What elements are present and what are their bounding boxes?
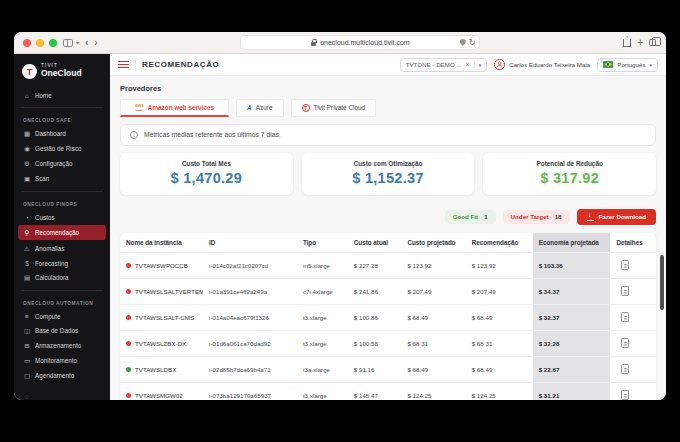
forward-button[interactable]: › <box>94 38 97 48</box>
share-icon[interactable] <box>623 39 631 47</box>
language-select[interactable]: Português ▾ <box>597 58 658 72</box>
details-icon[interactable] <box>621 286 629 296</box>
table-row[interactable]: TVTAWSLSALT-CMS i-014a04eac679f1326 t3.x… <box>120 304 656 330</box>
chevron-down-icon[interactable]: ▾ <box>474 62 482 68</box>
table-row[interactable]: TVTAWSLDBX i-02d85b7dca69b4a71 t3a.xlarg… <box>120 356 656 382</box>
metric-value: $ 1,152.37 <box>306 170 471 186</box>
storage-icon: ⊟ <box>23 342 31 350</box>
details-icon[interactable] <box>621 390 629 400</box>
tab-amazon-web-services[interactable]: aws Amazon web services <box>120 99 229 117</box>
status-dot <box>126 263 131 268</box>
sidebar-item-agendamento[interactable]: ▢ Agendamento <box>14 368 110 383</box>
col-nome: Nome da instância <box>120 233 203 253</box>
col-detalhes: Detalhes <box>610 233 656 253</box>
lock-icon <box>311 42 316 46</box>
details-icon[interactable] <box>621 364 629 374</box>
sidebar-item-gestao-de-risco[interactable]: ◉ Gestão de Risco <box>14 141 110 156</box>
user-menu[interactable]: Carlos Eduardo Teixeira Maia <box>494 59 590 70</box>
info-icon: i <box>130 131 138 139</box>
table-row[interactable]: TVTAWSLSALTVERTEMD1 i-01a391ce4ff2a249a … <box>120 278 656 304</box>
reload-button[interactable]: ↻ <box>469 39 476 47</box>
info-banner: i Métricas médias referente aos últimos … <box>120 124 656 146</box>
table-header-row: Nome da instância ID Tipo Custo atual Cu… <box>120 233 656 253</box>
back-button[interactable]: ‹ <box>85 38 88 48</box>
privacy-shield-icon[interactable] <box>460 39 466 46</box>
info-banner-text: Métricas médias referente aos últimos 7 … <box>144 131 281 138</box>
sidebar-item-recomendacao[interactable]: ⚲ Recomendação <box>18 225 106 240</box>
table-row[interactable]: TVTAWSWPOCCB i-014c02af21c0207cd m5.xlar… <box>120 252 656 278</box>
metric-value: $ 317.92 <box>487 170 652 186</box>
onecloud-logo: T TIVIT OneCloud <box>14 61 110 88</box>
tivit-cloud-icon: T <box>302 104 310 112</box>
sidebar-divider <box>21 191 103 192</box>
zoom-window-button[interactable] <box>49 39 57 47</box>
gear-icon: ⚙ <box>23 160 31 168</box>
brazil-flag-icon <box>603 61 613 68</box>
hamburger-menu-icon[interactable] <box>118 61 129 69</box>
browser-window: ▾ ‹ › onecloud.multicloud.tivit.com ↻ + … <box>14 32 666 400</box>
chevron-down-icon: ▾ <box>649 62 652 68</box>
scrollbar-thumb[interactable] <box>660 255 664 310</box>
azure-icon: A <box>247 104 252 111</box>
chevron-down-icon[interactable]: ▾ <box>76 39 79 46</box>
col-custo-projetado: Custo projetado <box>401 233 465 253</box>
col-tipo: Tipo <box>297 233 348 253</box>
header-divider <box>135 59 136 71</box>
sidebar-item-monitoramento[interactable]: ▭ Monitoramento <box>14 353 110 368</box>
under-target-badge[interactable]: Under Target 18 <box>503 210 570 224</box>
details-icon[interactable] <box>621 312 629 322</box>
app-sidebar: T TIVIT OneCloud ⌂ Home ONECLOUD SAFE ▦ … <box>14 54 110 400</box>
providers-label: Provedores <box>120 84 656 93</box>
sidebar-item-base-de-dados[interactable]: ◫ Base de Dados <box>14 323 110 338</box>
metric-value: $ 1,470.29 <box>124 170 289 186</box>
good-fit-count: 1 <box>484 213 487 220</box>
download-button[interactable]: Fazer Download <box>577 209 656 225</box>
status-dot <box>126 289 131 294</box>
col-id: ID <box>203 233 297 253</box>
warning-icon: ⚠ <box>23 245 31 253</box>
tenant-select[interactable]: TVTONE - DEMO ... × ▾ <box>400 58 488 72</box>
sidebar-item-calculadora[interactable]: ▤ Calculadora <box>14 270 110 285</box>
sidebar-item-clipped[interactable]: ◌ <box>14 389 110 400</box>
details-icon[interactable] <box>621 260 629 270</box>
clear-icon[interactable]: × <box>466 61 470 68</box>
compute-icon: ≡ <box>23 313 31 320</box>
sidebar-item-configuracao[interactable]: ⚙ Configuração <box>14 156 110 171</box>
logo-product: OneCloud <box>41 69 82 78</box>
minimize-window-button[interactable] <box>36 39 44 47</box>
tab-azure[interactable]: A Azure <box>236 99 283 117</box>
sidebar-section-automation: ONECLOUD AUTOMATION <box>14 296 110 309</box>
sidebar-item-scan[interactable]: ▣ Scan <box>14 171 110 186</box>
col-recomendacao: Recomendação <box>466 233 533 253</box>
user-name: Carlos Eduardo Teixeira Maia <box>509 61 590 68</box>
calendar-icon: ▢ <box>23 372 31 380</box>
close-window-button[interactable] <box>23 39 31 47</box>
sidebar-item-compute[interactable]: ≡ Compute <box>14 309 110 323</box>
sidebar-item-armazenamento[interactable]: ⊟ Armazenamento <box>14 338 110 353</box>
under-target-count: 18 <box>555 213 562 220</box>
table-row[interactable]: TVTAWSMGW02 i-073ba129170a65937 t3.xlarg… <box>120 382 656 400</box>
sidebar-item-home[interactable]: ⌂ Home <box>14 88 110 102</box>
sidebar-toggle-icon[interactable] <box>63 39 73 47</box>
col-custo-atual: Custo atual <box>348 233 402 253</box>
costs-icon: ◔ <box>23 214 31 221</box>
tab-tivit-private-cloud[interactable]: T Tivit Private Cloud <box>291 99 377 117</box>
status-dot <box>126 393 131 398</box>
sidebar-item-forecasting[interactable]: $ Forecasting <box>14 256 110 270</box>
good-fit-badge[interactable]: Good Fit 1 <box>445 210 496 224</box>
table-row[interactable]: TVTAWSLZBX-DX i-01d6a061ca70dad92 t3.xla… <box>120 330 656 356</box>
url-text: onecloud.multicloud.tivit.com <box>320 39 410 46</box>
sidebar-item-dashboard[interactable]: ▦ Dashboard <box>14 126 110 141</box>
new-tab-button[interactable]: + <box>637 38 643 48</box>
tab-overview-icon[interactable] <box>649 39 656 46</box>
aws-icon: aws <box>135 104 144 112</box>
sidebar-section-safe: ONECLOUD SAFE <box>14 113 110 126</box>
details-icon[interactable] <box>621 338 629 348</box>
tivit-logo-icon: T <box>22 64 37 79</box>
sidebar-divider <box>21 107 103 108</box>
sidebar-item-custos[interactable]: ◔ Custos <box>14 210 110 224</box>
metric-cards: Custo Total Mês $ 1,470.29 Custo com Oti… <box>120 153 656 195</box>
sidebar-item-anomalias[interactable]: ⚠ Anomalias <box>14 241 110 256</box>
scan-icon: ▣ <box>23 175 31 183</box>
url-bar[interactable]: onecloud.multicloud.tivit.com ↻ <box>240 35 480 50</box>
